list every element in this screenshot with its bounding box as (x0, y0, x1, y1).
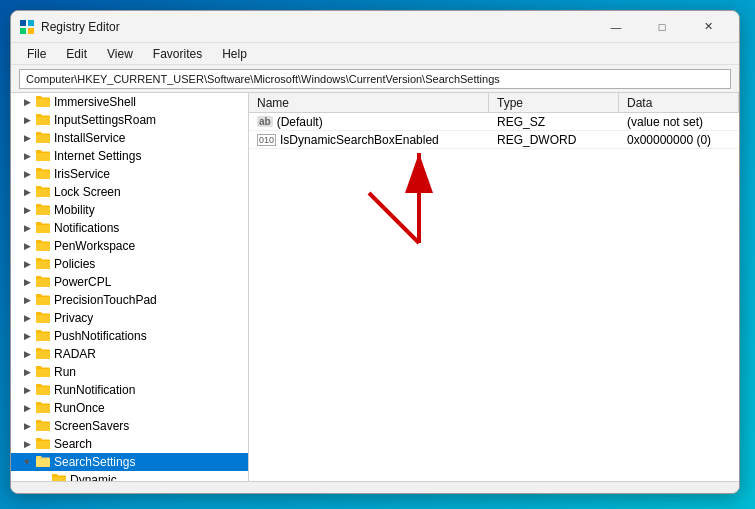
row-name-text: (Default) (277, 115, 323, 129)
values-panel: Name Type Data ab (Default)REG_SZ(value … (249, 93, 739, 481)
folder-icon-dynamic (51, 472, 67, 482)
tree-label-search: Search (54, 437, 92, 451)
expand-icon-privacy[interactable]: ▶ (19, 309, 35, 327)
tree-item-installservice[interactable]: ▶ InstallService (11, 129, 248, 147)
menu-file[interactable]: File (19, 45, 54, 63)
tree-item-policies[interactable]: ▶ Policies (11, 255, 248, 273)
menu-edit[interactable]: Edit (58, 45, 95, 63)
horizontal-scrollbar[interactable] (11, 481, 739, 493)
tree-item-powercpl[interactable]: ▶ PowerCPL (11, 273, 248, 291)
table-row[interactable]: ab (Default)REG_SZ(value not set) (249, 113, 739, 131)
expand-icon-immersiveshell[interactable]: ▶ (19, 93, 35, 111)
expand-icon-lockscreen[interactable]: ▶ (19, 183, 35, 201)
tree-item-inputsettingsroam[interactable]: ▶ InputSettingsRoam (11, 111, 248, 129)
folder-icon-policies (35, 256, 51, 273)
tree-item-mobility[interactable]: ▶ Mobility (11, 201, 248, 219)
cell-data-1: 0x00000000 (0) (619, 133, 739, 147)
cell-type-0: REG_SZ (489, 115, 619, 129)
maximize-button[interactable]: □ (639, 11, 685, 43)
tree-label-privacy: Privacy (54, 311, 93, 325)
menu-bar: File Edit View Favorites Help (11, 43, 739, 65)
tree-item-dynamic[interactable]: Dynamic (11, 471, 248, 481)
tree-item-runonce[interactable]: ▶ RunOnce (11, 399, 248, 417)
tree-label-internetsettings: Internet Settings (54, 149, 141, 163)
expand-icon-penworkspace[interactable]: ▶ (19, 237, 35, 255)
tree-label-lockscreen: Lock Screen (54, 185, 121, 199)
tree-item-searchsettings[interactable]: ▼ SearchSettings (11, 453, 248, 471)
menu-help[interactable]: Help (214, 45, 255, 63)
expand-icon-powercpl[interactable]: ▶ (19, 273, 35, 291)
cell-name-0: ab (Default) (249, 115, 489, 129)
expand-icon-mobility[interactable]: ▶ (19, 201, 35, 219)
tree-item-irisservice[interactable]: ▶ IrisService (11, 165, 248, 183)
folder-icon-notifications (35, 220, 51, 237)
address-bar (11, 65, 739, 93)
registry-editor-window: Registry Editor — □ ✕ File Edit View Fav… (10, 10, 740, 494)
svg-rect-1 (28, 20, 34, 26)
expand-icon-radar[interactable]: ▶ (19, 345, 35, 363)
tree-item-radar[interactable]: ▶ RADAR (11, 345, 248, 363)
expand-icon-screensavers[interactable]: ▶ (19, 417, 35, 435)
menu-view[interactable]: View (99, 45, 141, 63)
cell-type-1: REG_DWORD (489, 133, 619, 147)
expand-icon-runnotification[interactable]: ▶ (19, 381, 35, 399)
window-controls: — □ ✕ (593, 11, 731, 43)
expand-icon-inputsettingsroam[interactable]: ▶ (19, 111, 35, 129)
close-button[interactable]: ✕ (685, 11, 731, 43)
expand-icon-searchsettings[interactable]: ▼ (19, 453, 35, 471)
folder-icon-runnotification (35, 382, 51, 399)
expand-icon-notifications[interactable]: ▶ (19, 219, 35, 237)
tree-label-dynamic: Dynamic (70, 473, 117, 481)
tree-item-privacy[interactable]: ▶ Privacy (11, 309, 248, 327)
expand-icon-installservice[interactable]: ▶ (19, 129, 35, 147)
expand-icon-precisiontouchpad[interactable]: ▶ (19, 291, 35, 309)
tree-item-run[interactable]: ▶ Run (11, 363, 248, 381)
minimize-button[interactable]: — (593, 11, 639, 43)
desktop: Registry Editor — □ ✕ File Edit View Fav… (0, 0, 755, 509)
tree-item-precisiontouchpad[interactable]: ▶ PrecisionTouchPad (11, 291, 248, 309)
expand-icon-irisservice[interactable]: ▶ (19, 165, 35, 183)
tree-item-lockscreen[interactable]: ▶ Lock Screen (11, 183, 248, 201)
expand-icon-pushnotifications[interactable]: ▶ (19, 327, 35, 345)
tree-label-mobility: Mobility (54, 203, 95, 217)
ab-icon: ab (257, 116, 273, 127)
svg-rect-2 (20, 28, 26, 34)
tree-label-notifications: Notifications (54, 221, 119, 235)
folder-icon-inputsettingsroam (35, 112, 51, 129)
tree-item-immersiveshell[interactable]: ▶ ImmersiveShell (11, 93, 248, 111)
tree-label-precisiontouchpad: PrecisionTouchPad (54, 293, 157, 307)
registry-tree: ▶ ImmersiveShell▶ InputSettingsRoam▶ Ins… (11, 93, 249, 481)
tree-item-pushnotifications[interactable]: ▶ PushNotifications (11, 327, 248, 345)
address-input[interactable] (19, 69, 731, 89)
col-header-type: Type (489, 93, 619, 112)
expand-icon-internetsettings[interactable]: ▶ (19, 147, 35, 165)
folder-icon-searchsettings (35, 454, 51, 471)
folder-icon-precisiontouchpad (35, 292, 51, 309)
folder-icon-powercpl (35, 274, 51, 291)
tree-item-screensavers[interactable]: ▶ ScreenSavers (11, 417, 248, 435)
expand-icon-search[interactable]: ▶ (19, 435, 35, 453)
tree-label-installservice: InstallService (54, 131, 125, 145)
tree-label-powercpl: PowerCPL (54, 275, 111, 289)
table-row[interactable]: 010 IsDynamicSearchBoxEnabledREG_DWORD0x… (249, 131, 739, 149)
tree-item-internetsettings[interactable]: ▶ Internet Settings (11, 147, 248, 165)
tree-item-search[interactable]: ▶ Search (11, 435, 248, 453)
folder-icon-lockscreen (35, 184, 51, 201)
table-body: ab (Default)REG_SZ(value not set)010 IsD… (249, 113, 739, 481)
expand-icon-run[interactable]: ▶ (19, 363, 35, 381)
table-header: Name Type Data (249, 93, 739, 113)
menu-favorites[interactable]: Favorites (145, 45, 210, 63)
tree-label-runnotification: RunNotification (54, 383, 135, 397)
cell-name-1: 010 IsDynamicSearchBoxEnabled (249, 133, 489, 147)
expand-icon-dynamic[interactable] (35, 471, 51, 481)
expand-icon-runonce[interactable]: ▶ (19, 399, 35, 417)
tree-item-notifications[interactable]: ▶ Notifications (11, 219, 248, 237)
tree-label-searchsettings: SearchSettings (54, 455, 135, 469)
window-title: Registry Editor (41, 20, 593, 34)
tree-item-penworkspace[interactable]: ▶ PenWorkspace (11, 237, 248, 255)
tree-label-pushnotifications: PushNotifications (54, 329, 147, 343)
tree-item-runnotification[interactable]: ▶ RunNotification (11, 381, 248, 399)
folder-icon-installservice (35, 130, 51, 147)
expand-icon-policies[interactable]: ▶ (19, 255, 35, 273)
row-name-text: IsDynamicSearchBoxEnabled (280, 133, 439, 147)
